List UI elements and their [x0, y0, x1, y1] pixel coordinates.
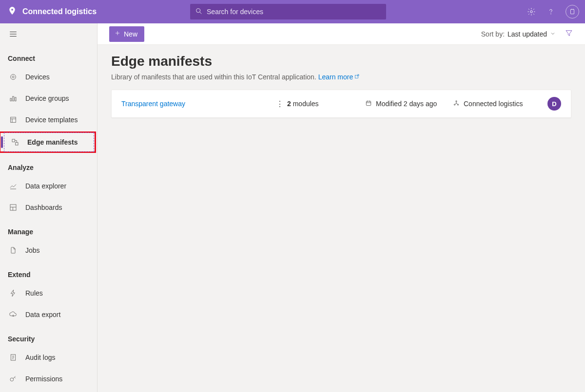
app-title: Connected logistics: [22, 7, 97, 16]
svg-point-4: [551, 14, 551, 14]
page-subtitle: Library of manifests that are used withi…: [111, 73, 571, 81]
nav-section-analyze: Analyze: [0, 154, 97, 175]
svg-rect-17: [10, 205, 16, 210]
active-indicator: [1, 136, 3, 148]
module-count: 2: [287, 100, 291, 108]
nav-section-security: Security: [0, 325, 97, 347]
nav-item-dashboards[interactable]: Dashboards: [0, 197, 97, 218]
manifest-org: Connected logistics: [453, 100, 542, 108]
nav-label: Devices: [25, 73, 50, 81]
header-actions: [526, 5, 579, 19]
more-menu-icon[interactable]: ⋮: [273, 99, 287, 109]
nav-section-extend: Extend: [0, 261, 97, 282]
hamburger-menu[interactable]: [0, 23, 97, 45]
nav-item-device-templates[interactable]: Device templates: [0, 109, 97, 131]
page-title: Edge manifests: [111, 54, 571, 69]
nav-label: Dashboards: [25, 204, 62, 211]
svg-point-24: [456, 100, 457, 101]
svg-rect-15: [12, 139, 15, 142]
data-explorer-icon: [9, 182, 18, 190]
org-icon: [453, 100, 460, 108]
svg-line-2: [200, 12, 201, 14]
nav-label: Audit logs: [25, 354, 55, 361]
user-avatar[interactable]: [566, 5, 579, 19]
help-icon[interactable]: [546, 7, 556, 17]
audit-logs-icon: [9, 353, 18, 362]
toolbar: New Sort by: Last updated: [98, 23, 585, 45]
sort-label: Sort by:: [481, 30, 505, 38]
clock-icon: [365, 100, 372, 108]
svg-point-1: [196, 8, 200, 12]
svg-rect-13: [15, 97, 16, 101]
permissions-icon: [9, 374, 18, 383]
svg-point-3: [530, 11, 533, 13]
nav-label: Permissions: [25, 375, 62, 383]
search-container: [190, 4, 386, 19]
new-button-label: New: [124, 30, 137, 38]
plus-icon: [114, 30, 121, 38]
location-pin-icon: [8, 6, 17, 17]
settings-icon[interactable]: [526, 7, 536, 17]
nav-item-edge-manifests[interactable]: Edge manifests: [2, 131, 95, 153]
svg-rect-16: [16, 143, 18, 145]
nav-item-devices[interactable]: Devices: [0, 66, 97, 88]
devices-icon: [9, 73, 18, 81]
main-area: New Sort by: Last updated Edge manifests…: [98, 23, 585, 392]
edge-manifests-icon: [11, 138, 20, 147]
nav-label: Rules: [25, 289, 43, 297]
nav-label: Jobs: [25, 246, 40, 254]
dashboards-icon: [9, 203, 18, 212]
org-name: Connected logistics: [464, 100, 523, 108]
data-export-icon: [9, 310, 18, 319]
sort-dropdown[interactable]: Sort by: Last updated: [481, 30, 556, 38]
svg-rect-12: [13, 96, 14, 101]
sidebar: Connect Devices Device groups Device tem…: [0, 23, 98, 392]
svg-point-0: [11, 9, 13, 11]
svg-rect-23: [366, 101, 370, 105]
nav-item-data-explorer[interactable]: Data explorer: [0, 175, 97, 197]
svg-rect-14: [11, 117, 16, 123]
nav-label: Device templates: [25, 116, 78, 124]
search-input[interactable]: [207, 8, 381, 16]
nav-item-jobs[interactable]: Jobs: [0, 240, 97, 261]
nav-item-device-groups[interactable]: Device groups: [0, 88, 97, 109]
manifest-modified: Modified 2 days ago: [365, 100, 453, 108]
filter-icon[interactable]: [565, 29, 573, 39]
svg-point-19: [10, 378, 14, 381]
external-link-icon: [354, 73, 360, 81]
app-header: Connected logistics: [0, 0, 585, 23]
manifest-name[interactable]: Transparent gateway: [121, 100, 273, 108]
learn-more-link[interactable]: Learn more: [318, 73, 360, 81]
search-icon: [195, 7, 203, 17]
sort-value: Last updated: [507, 30, 547, 38]
nav-label: Device groups: [25, 94, 69, 102]
nav-label: Edge manifests: [27, 138, 78, 146]
search-box[interactable]: [190, 4, 386, 19]
content: Edge manifests Library of manifests that…: [98, 45, 585, 127]
jobs-icon: [9, 246, 18, 255]
nav-item-permissions[interactable]: Permissions: [0, 368, 97, 390]
rules-icon: [9, 289, 18, 298]
nav-item-rules[interactable]: Rules: [0, 282, 97, 304]
subtitle-text: Library of manifests that are used withi…: [111, 73, 318, 81]
nav-label: Data explorer: [25, 182, 66, 190]
nav-item-audit-logs[interactable]: Audit logs: [0, 347, 97, 368]
owner-avatar: D: [547, 97, 561, 111]
nav-item-data-export[interactable]: Data export: [0, 304, 97, 325]
new-button[interactable]: New: [109, 26, 144, 42]
chevron-down-icon: [550, 30, 556, 38]
nav-section-manage: Manage: [0, 218, 97, 240]
svg-point-10: [12, 76, 14, 78]
manifest-card[interactable]: Transparent gateway ⋮ 2 modules Modified…: [111, 90, 571, 118]
device-groups-icon: [9, 94, 18, 103]
device-templates-icon: [9, 115, 18, 124]
svg-rect-11: [10, 98, 12, 101]
svg-rect-5: [571, 9, 574, 14]
nav-section-connect: Connect: [0, 45, 97, 66]
module-suffix: modules: [291, 100, 319, 108]
svg-point-9: [11, 75, 16, 80]
nav-label: Data export: [25, 311, 60, 318]
app-brand[interactable]: Connected logistics: [6, 6, 97, 17]
manifest-modules: 2 modules: [287, 100, 365, 108]
